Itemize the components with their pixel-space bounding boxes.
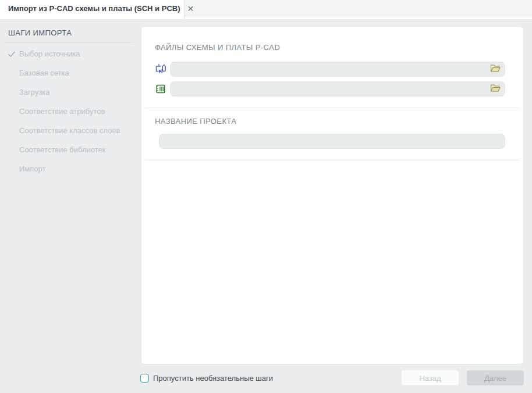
project-name-input[interactable]	[159, 134, 505, 149]
sidebar-item-library-mapping[interactable]: Соответствие библиотек	[0, 140, 134, 159]
sch-file-input-wrap	[170, 62, 505, 77]
open-folder-icon	[490, 84, 501, 94]
next-button[interactable]: Далее	[467, 370, 524, 385]
import-steps-sidebar: ШАГИ ИМПОРТА Выбор источника Базовая сет…	[0, 19, 134, 178]
sidebar-item-label: Соответствие атрибутов	[19, 107, 105, 116]
section-divider	[145, 160, 519, 160]
browse-pcb-button[interactable]	[490, 84, 501, 94]
sidebar-divider	[3, 42, 134, 43]
close-icon[interactable]: ✕	[187, 3, 194, 14]
files-section-title: ФАЙЛЫ СХЕМЫ И ПЛАТЫ P-CAD	[155, 43, 505, 52]
sidebar-item-layer-class-mapping[interactable]: Соответствие классов слоев	[0, 121, 134, 140]
tab-bar-empty-area	[185, 0, 532, 16]
pcb-file-input[interactable]	[170, 81, 505, 97]
sidebar-item-label: Базовая сетка	[19, 69, 69, 77]
sidebar-title: ШАГИ ИМПОРТА	[8, 28, 134, 37]
sidebar-item-label: Соответствие классов слоев	[19, 126, 120, 135]
steps-list: Выбор источника Базовая сетка Загрузка С…	[0, 44, 134, 178]
files-section: ФАЙЛЫ СХЕМЫ И ПЛАТЫ P-CAD	[141, 27, 523, 97]
sidebar-item-label: Загрузка	[19, 88, 50, 97]
tab-bar: Импорт из P-CAD схемы и платы (SCH и PCB…	[0, 0, 532, 19]
schematic-icon	[155, 63, 166, 75]
sidebar-item-source-selection[interactable]: Выбор источника	[0, 44, 134, 63]
sidebar-item-label: Импорт	[19, 165, 45, 173]
sch-file-row	[155, 62, 505, 77]
pcb-board-icon	[155, 83, 166, 95]
skip-optional-steps-checkbox[interactable]	[140, 374, 149, 383]
open-folder-icon	[490, 64, 501, 74]
skip-optional-steps-label[interactable]: Пропустить необязательные шаги	[153, 374, 273, 383]
wizard-footer: Пропустить необязательные шаги Назад Дал…	[140, 370, 524, 385]
sch-file-input[interactable]	[170, 62, 505, 77]
sidebar-item-base-grid[interactable]: Базовая сетка	[0, 63, 134, 83]
checkmark-icon	[7, 49, 16, 59]
tab-title: Импорт из P-CAD схемы и платы (SCH и PCB…	[8, 4, 180, 13]
project-section-title: НАЗВАНИЕ ПРОЕКТА	[155, 117, 505, 126]
tab-import-pcad[interactable]: Импорт из P-CAD схемы и платы (SCH и PCB…	[0, 0, 185, 19]
pcb-file-input-wrap	[170, 81, 505, 97]
sidebar-item-attribute-mapping[interactable]: Соответствие атрибутов	[0, 102, 134, 121]
project-name-input-wrap	[159, 134, 505, 149]
project-name-section: НАЗВАНИЕ ПРОЕКТА	[141, 108, 523, 149]
pcb-file-row	[155, 81, 505, 97]
source-selection-panel: ФАЙЛЫ СХЕМЫ И ПЛАТЫ P-CAD	[141, 26, 524, 365]
skip-optional-steps-wrap: Пропустить необязательные шаги	[140, 374, 402, 383]
sidebar-item-label: Соответствие библиотек	[19, 145, 105, 154]
back-button[interactable]: Назад	[402, 370, 459, 385]
sidebar-item-import[interactable]: Импорт	[0, 159, 134, 178]
sidebar-item-label: Выбор источника	[19, 49, 80, 58]
content-area: ШАГИ ИМПОРТА Выбор источника Базовая сет…	[0, 19, 532, 393]
browse-sch-button[interactable]	[490, 64, 501, 74]
sidebar-item-loading[interactable]: Загрузка	[0, 83, 134, 102]
